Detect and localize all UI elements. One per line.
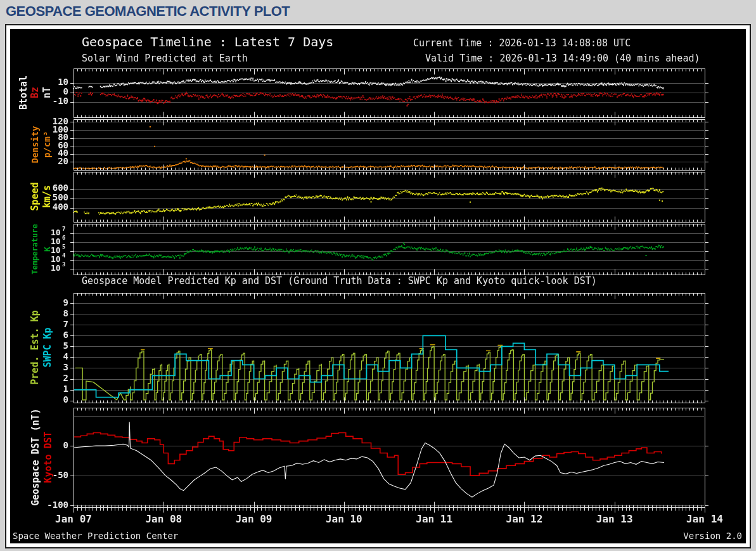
footer-version: Version 2.0 bbox=[683, 531, 742, 541]
speed-axis-label: Speed bbox=[29, 182, 41, 211]
speed-unit-label: km/s bbox=[41, 185, 53, 208]
btotal-axis-label: Btotal bbox=[18, 75, 29, 110]
geospace-dst-axis-label: Geospace DST (nT) bbox=[30, 408, 41, 506]
footer-credit: Space Weather Prediction Center bbox=[13, 531, 178, 541]
kp-section-title: Geospace Model Predicted Kp and DST (Gro… bbox=[82, 275, 597, 287]
temperature-axis-label: Temperature bbox=[30, 224, 39, 274]
kyoto-dst-axis-label: Kyoto DST bbox=[42, 431, 54, 483]
plot-frame: Geospace Timeline : Latest 7 Days Curren… bbox=[5, 24, 751, 548]
nt-unit-label: nT bbox=[41, 87, 53, 98]
swpc-kp-axis-label: SWPC Kp bbox=[42, 327, 53, 367]
pred-kp-axis-label: Pred. Est. Kp bbox=[29, 310, 41, 384]
current-time-label: Current Time : 2026-01-13 14:08:08 UTC bbox=[413, 37, 631, 49]
valid-time-label: Valid Time : 2026-01-13 14:49:00 (40 min… bbox=[425, 53, 700, 64]
geospace-timeline-plot: Geospace Timeline : Latest 7 Days Curren… bbox=[10, 29, 746, 543]
temperature-unit-label: K bbox=[42, 247, 52, 252]
density-unit-label: p/cm³ bbox=[42, 131, 52, 158]
bz-axis-label: Bz bbox=[29, 87, 41, 98]
page-title: GEOSPACE GEOMAGNETIC ACTIVITY PLOT bbox=[6, 3, 290, 20]
solar-wind-subtitle: Solar Wind Predicted at Earth bbox=[82, 53, 248, 64]
density-axis-label: Density bbox=[30, 126, 40, 163]
chart-title: Geospace Timeline : Latest 7 Days bbox=[82, 34, 333, 49]
